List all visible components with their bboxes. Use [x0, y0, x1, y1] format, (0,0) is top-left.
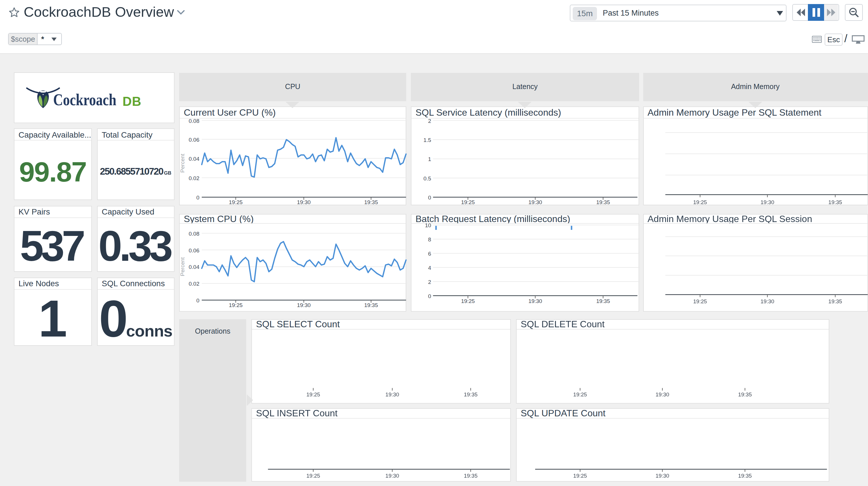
svg-text:19:35: 19:35 — [828, 199, 842, 205]
svg-text:0: 0 — [428, 293, 431, 299]
svg-text:2: 2 — [428, 118, 431, 124]
svg-text:19:30: 19:30 — [297, 302, 311, 308]
svg-text:6: 6 — [428, 251, 431, 257]
svg-text:19:25: 19:25 — [229, 199, 243, 205]
svg-text:19:35: 19:35 — [464, 391, 477, 397]
svg-text:0.5: 0.5 — [424, 175, 431, 181]
svg-text:0: 0 — [428, 195, 431, 201]
svg-text:19:25: 19:25 — [573, 391, 587, 397]
svg-text:19:25: 19:25 — [229, 302, 243, 308]
svg-text:19:30: 19:30 — [297, 199, 311, 205]
svg-text:1.5: 1.5 — [424, 137, 431, 143]
svg-text:19:30: 19:30 — [656, 473, 670, 479]
svg-text:1: 1 — [428, 156, 431, 162]
svg-text:8: 8 — [428, 236, 431, 242]
svg-text:19:35: 19:35 — [596, 298, 610, 304]
svg-text:19:25: 19:25 — [573, 473, 587, 479]
svg-text:0: 0 — [196, 195, 199, 201]
svg-text:19:25: 19:25 — [306, 391, 320, 397]
svg-text:0.08: 0.08 — [189, 231, 199, 237]
svg-text:0.08: 0.08 — [189, 118, 199, 124]
svg-text:19:30: 19:30 — [656, 391, 670, 397]
svg-text:Percent: Percent — [180, 153, 186, 173]
svg-text:2: 2 — [428, 279, 431, 285]
svg-text:0: 0 — [196, 297, 199, 304]
svg-text:19:25: 19:25 — [693, 298, 707, 305]
svg-text:19:30: 19:30 — [385, 391, 399, 397]
svg-text:19:30: 19:30 — [760, 199, 774, 205]
svg-text:0.02: 0.02 — [189, 281, 199, 287]
svg-text:0.04: 0.04 — [189, 156, 199, 162]
svg-text:19:35: 19:35 — [738, 391, 752, 397]
svg-text:0.06: 0.06 — [189, 137, 199, 143]
svg-text:19:35: 19:35 — [828, 298, 842, 305]
svg-text:4: 4 — [428, 265, 431, 271]
svg-text:19:30: 19:30 — [760, 298, 774, 305]
svg-text:19:35: 19:35 — [596, 199, 610, 205]
svg-text:19:30: 19:30 — [528, 199, 542, 205]
svg-text:19:35: 19:35 — [364, 302, 378, 308]
svg-text:10: 10 — [425, 222, 431, 228]
svg-text:0.02: 0.02 — [189, 175, 199, 181]
svg-text:19:25: 19:25 — [693, 199, 707, 205]
svg-text:19:25: 19:25 — [306, 473, 320, 479]
svg-text:19:25: 19:25 — [461, 199, 475, 205]
svg-text:19:25: 19:25 — [461, 298, 475, 304]
svg-text:19:35: 19:35 — [364, 199, 378, 205]
svg-text:0.06: 0.06 — [189, 248, 199, 254]
svg-text:19:35: 19:35 — [464, 473, 477, 479]
svg-text:0.04: 0.04 — [189, 264, 199, 270]
svg-text:19:30: 19:30 — [528, 298, 542, 304]
svg-text:19:30: 19:30 — [385, 473, 399, 479]
svg-text:19:35: 19:35 — [738, 473, 752, 479]
svg-text:Percent: Percent — [180, 257, 186, 276]
